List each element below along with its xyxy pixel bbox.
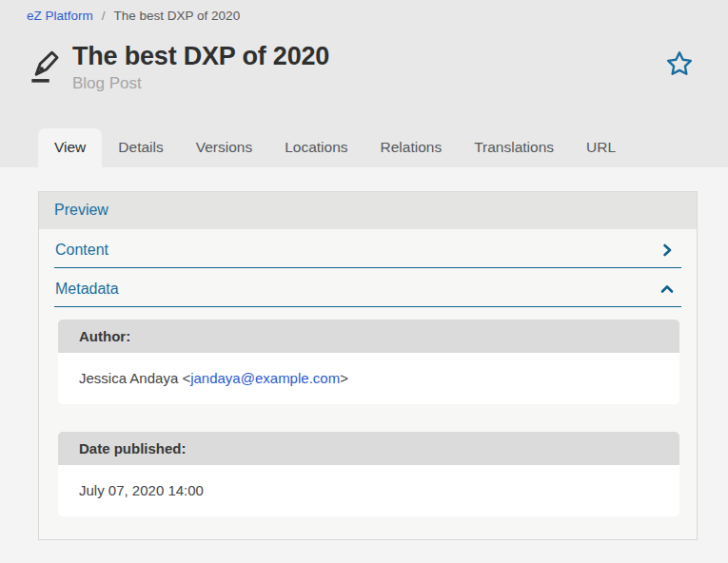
- author-field: Author: Jessica Andaya <jandaya@example.…: [58, 320, 679, 404]
- pen-icon: [27, 47, 63, 87]
- author-field-label: Author:: [58, 320, 679, 353]
- date-published-field: Date published: July 07, 2020 14:00: [58, 432, 679, 516]
- title-block: The best DXP of 2020 Blog Post: [72, 42, 665, 93]
- accordion-content-label: Content: [55, 242, 108, 259]
- breadcrumb-separator: /: [102, 9, 106, 23]
- author-name: Jessica Andaya <: [79, 370, 190, 386]
- tab-details[interactable]: Details: [102, 128, 179, 167]
- chevron-up-icon: [660, 282, 674, 296]
- tab-bar: View Details Versions Locations Relation…: [0, 128, 728, 167]
- tab-content: Preview Content Metadata Author: Jessica…: [0, 167, 728, 540]
- breadcrumb-current: The best DXP of 2020: [114, 9, 241, 23]
- page-header: eZ Platform / The best DXP of 2020 The b…: [0, 0, 728, 167]
- author-email-link[interactable]: jandaya@example.com: [190, 370, 340, 386]
- page-title: The best DXP of 2020: [72, 42, 665, 71]
- tab-url[interactable]: URL: [570, 128, 632, 167]
- preview-panel: Preview Content Metadata Author: Jessica…: [38, 191, 698, 540]
- tab-view[interactable]: View: [38, 128, 102, 167]
- preview-section-header: Preview: [39, 192, 697, 229]
- tab-translations[interactable]: Translations: [458, 128, 570, 167]
- accordion-metadata[interactable]: Metadata: [54, 268, 681, 307]
- content-type-label: Blog Post: [72, 74, 665, 93]
- accordion-metadata-label: Metadata: [55, 281, 119, 298]
- tab-versions[interactable]: Versions: [180, 128, 268, 167]
- title-row: The best DXP of 2020 Blog Post: [0, 23, 728, 93]
- chevron-right-icon: [660, 243, 674, 257]
- accordion-content[interactable]: Content: [54, 229, 681, 268]
- star-icon: [665, 67, 694, 81]
- date-published-value: July 07, 2020 14:00: [58, 465, 679, 516]
- author-value-suffix: >: [340, 370, 348, 386]
- bookmark-button[interactable]: [665, 49, 694, 78]
- author-field-value: Jessica Andaya <jandaya@example.com>: [58, 353, 679, 404]
- breadcrumb-root-link[interactable]: eZ Platform: [27, 9, 93, 23]
- date-published-label: Date published:: [58, 432, 679, 465]
- tab-relations[interactable]: Relations: [364, 128, 459, 167]
- breadcrumb: eZ Platform / The best DXP of 2020: [0, 0, 728, 23]
- tab-locations[interactable]: Locations: [268, 128, 364, 167]
